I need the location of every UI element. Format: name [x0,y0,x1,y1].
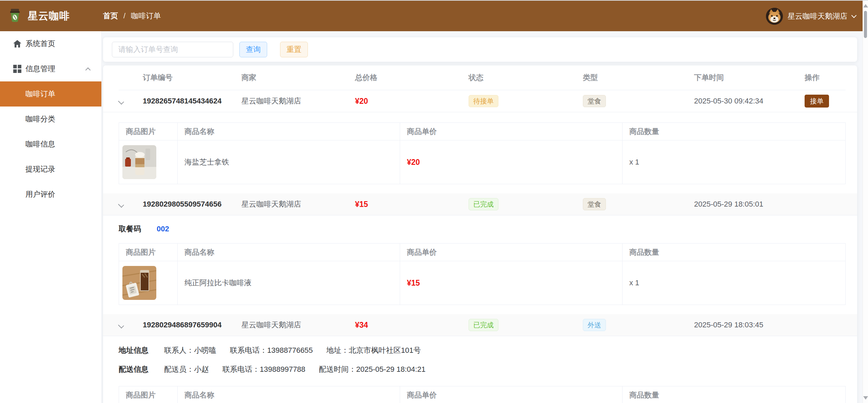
col-header-time: 下单时间 [694,73,805,83]
store-name: 星云咖啡天鹅湖店 [788,11,847,21]
table-row[interactable]: 1928029486897659904 星云咖啡天鹅湖店 ¥34 已完成 外送 … [103,314,857,336]
sidebar-item-coffee-orders[interactable]: 咖啡订单 [0,81,101,107]
expand-row-icon[interactable] [118,323,124,329]
delivery-info-label: 配送信息 [119,364,149,375]
app-header: 星云咖啡 首页 / 咖啡订单 星云咖啡天鹅湖店 [0,0,868,31]
brand: 星云咖啡 [0,8,94,24]
order-block: 1928029486897659904 星云咖啡天鹅湖店 ¥34 已完成 外送 … [119,314,846,403]
order-items-table: 商品图片 商品名称 商品单价 商品数量 [119,122,846,184]
address-location: 地址：北京市枫叶社区101号 [327,345,421,356]
items-col-name: 商品名称 [178,244,400,261]
items-header-row: 商品图片 商品名称 商品单价 商品数量 [119,386,845,403]
items-col-image: 商品图片 [119,386,178,403]
reset-button[interactable]: 重置 [280,42,308,57]
breadcrumb-current: 咖啡订单 [131,11,161,21]
sidebar-item-label: 咖啡分类 [0,114,55,124]
sidebar-item-label: 咖啡信息 [0,139,55,149]
order-total: ¥34 [355,321,368,329]
item-row: 海盐芝士拿铁 ¥20 x 1 [119,140,845,184]
app-title: 星云咖啡 [28,9,70,23]
item-unit-price: ¥20 [400,140,623,184]
expand-row-icon[interactable] [118,202,124,208]
order-detail: 地址信息 联系人：小唠嗑 联系电话：13988776655 地址：北京市枫叶社区… [119,336,846,403]
scrollbar-thumb[interactable] [864,11,867,38]
sidebar-item-label: 提现记录 [0,164,55,174]
item-name: 纯正阿拉比卡咖啡液 [178,261,400,305]
sidebar-item-home[interactable]: 系统首页 [0,31,101,56]
delivery-time: 配送时间：2025-05-29 18:04:21 [319,364,426,375]
items-col-qty: 商品数量 [623,386,845,403]
pickup-code-value: 002 [157,224,169,234]
order-time: 2025-05-29 18:03:45 [694,321,805,329]
user-dropdown[interactable]: 星云咖啡天鹅湖店 [766,1,856,32]
home-icon [13,39,22,48]
col-header-merchant: 商家 [241,73,355,83]
main-content: 查询 重置 订单编号 商家 总价格 状态 类型 下单时间 操作 19282657… [102,31,863,403]
sidebar-group-info[interactable]: 信息管理 [0,56,101,81]
col-header-order-id: 订单编号 [143,73,241,83]
col-header-total: 总价格 [355,73,469,83]
items-col-qty: 商品数量 [623,244,845,261]
type-badge: 外送 [583,319,606,331]
order-time: 2025-05-29 18:05:01 [694,200,805,209]
breadcrumb-home[interactable]: 首页 [103,11,118,21]
order-time: 2025-05-30 09:42:34 [694,97,805,105]
items-col-price: 商品单价 [400,123,623,140]
chevron-down-icon [851,13,857,18]
order-id: 1928265748145434624 [143,97,241,105]
col-header-status: 状态 [469,73,583,83]
col-header-action: 操作 [805,73,846,83]
grid-icon [13,64,22,73]
order-block: 1928265748145434624 星云咖啡天鹅湖店 ¥20 待接单 堂食 … [119,90,846,193]
item-name: 海盐芝士拿铁 [178,140,400,184]
items-header-row: 商品图片 商品名称 商品单价 商品数量 [119,244,845,261]
status-badge: 待接单 [469,95,498,107]
address-info-line: 地址信息 联系人：小唠嗑 联系电话：13988776655 地址：北京市枫叶社区… [119,345,846,356]
sidebar-item-withdraw-records[interactable]: 提现记录 [0,157,101,182]
pickup-code-line: 取餐码 002 [119,224,846,234]
merchant-name: 星云咖啡天鹅湖店 [241,199,355,209]
sidebar-item-label: 用户评价 [0,189,55,199]
address-contact: 联系人：小唠嗑 [164,345,216,356]
delivery-courier: 配送员：小赵 [164,364,209,375]
pickup-code-label: 取餐码 [119,224,141,234]
delivery-phone: 联系电话：13988997788 [222,364,305,375]
arabica-coffee-liquid-photo [122,266,156,300]
sidebar-item-user-reviews[interactable]: 用户评价 [0,182,101,207]
table-header-row: 订单编号 商家 总价格 状态 类型 下单时间 操作 [119,65,846,90]
table-row[interactable]: 1928265748145434624 星云咖啡天鹅湖店 ¥20 待接单 堂食 … [103,90,857,112]
query-button[interactable]: 查询 [239,42,267,57]
accept-order-button[interactable]: 接单 [805,95,829,108]
page-scrollbar[interactable] [863,1,868,403]
order-total: ¥15 [355,200,368,209]
sidebar-item-coffee-categories[interactable]: 咖啡分类 [0,107,101,132]
table-row[interactable]: 1928029805509574656 星云咖啡天鹅湖店 ¥15 已完成 堂食 … [103,193,857,215]
sidebar-item-label: 咖啡订单 [0,89,55,99]
merchant-name: 星云咖啡天鹅湖店 [241,96,355,106]
order-items-table: 商品图片 商品名称 商品单价 商品数量 [119,386,846,403]
order-block: 1928029805509574656 星云咖啡天鹅湖店 ¥15 已完成 堂食 … [119,193,846,314]
status-badge: 已完成 [469,198,498,210]
scrollbar-up-icon[interactable] [863,4,868,7]
order-id: 1928029486897659904 [143,321,241,329]
delivery-info-line: 配送信息 配送员：小赵 联系电话：13988997788 配送时间：2025-0… [119,364,846,375]
expand-row-icon[interactable] [118,99,124,105]
chevron-up-icon [85,67,91,73]
item-qty: x 1 [623,140,845,184]
order-search-input[interactable] [112,42,233,57]
breadcrumb: 首页 / 咖啡订单 [103,11,161,21]
items-col-name: 商品名称 [178,386,400,403]
iced-salted-cheese-latte-photo [122,145,156,179]
scrollbar-down-icon[interactable] [863,396,868,400]
order-total: ¥20 [355,97,368,105]
order-detail: 取餐码 002 商品图片 商品名称 商品单价 商品数量 [119,215,846,314]
merchant-name: 星云咖啡天鹅湖店 [241,320,355,330]
col-header-type: 类型 [583,73,694,83]
coffee-cup-logo-icon [8,8,22,24]
avatar [766,8,783,25]
order-detail: 商品图片 商品名称 商品单价 商品数量 [119,112,846,193]
address-info-label: 地址信息 [119,345,149,356]
item-row: 纯正阿拉比卡咖啡液 ¥15 x 1 [119,261,845,305]
sidebar-item-coffee-info[interactable]: 咖啡信息 [0,132,101,157]
orders-table: 订单编号 商家 总价格 状态 类型 下单时间 操作 19282657481454… [103,65,857,403]
